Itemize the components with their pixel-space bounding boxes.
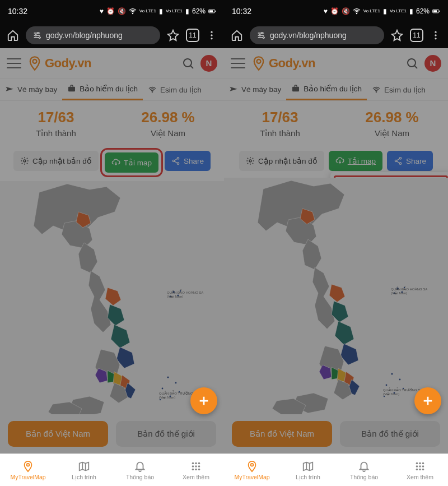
- tab-insurance[interactable]: Bảo hiểm du lịch: [286, 78, 367, 100]
- url-bar[interactable]: gody.vn/blog/nphuong: [26, 26, 160, 44]
- home-icon[interactable]: [231, 29, 243, 41]
- svg-point-8: [211, 34, 212, 36]
- vietnam-map[interactable]: QUẦN ĐẢO HOÀNG SA(Việt Nam) QUẦN ĐẢO TRƯ…: [224, 178, 448, 414]
- star-icon[interactable]: [167, 29, 179, 41]
- browser-bar: gody.vn/blog/nphuong 11: [0, 22, 224, 48]
- page-content: Gody.vn N Vé máy bay Bảo hiểm du lịch Es…: [224, 48, 448, 453]
- update-map-label: Cập nhật bản đồ: [258, 156, 318, 165]
- stat-provinces: 17/63 Tỉnh thành: [0, 109, 112, 138]
- vietnam-map-button[interactable]: Bản đồ Việt Nam: [232, 421, 332, 447]
- battery-icon: [432, 7, 440, 15]
- svg-point-60: [386, 385, 388, 386]
- svg-rect-2: [215, 11, 216, 12]
- logo-text: Gody.vn: [45, 56, 91, 71]
- signal-icon-2: ▮: [185, 7, 189, 15]
- nav-itinerary[interactable]: Lịch trình: [280, 454, 336, 486]
- home-icon[interactable]: [7, 29, 19, 41]
- svg-rect-48: [292, 87, 299, 92]
- tab-esim[interactable]: Esim du lịch: [143, 78, 207, 100]
- avatar[interactable]: N: [424, 55, 441, 72]
- status-icons: ♥ ⏰ 🔇 Vo LTE1 ▮ Vo LTE1 ▮ 62%: [100, 7, 216, 15]
- svg-point-13: [24, 160, 26, 162]
- bottom-nav: MyTravelMap Lịch trình Thông báo Xem thê…: [224, 453, 448, 486]
- browser-bar: gody.vn/blog/nphuong 11: [224, 22, 448, 48]
- menu-icon[interactable]: [231, 58, 245, 68]
- kebab-icon[interactable]: [430, 30, 441, 41]
- alarm-icon: ⏰: [330, 7, 339, 15]
- vietnam-map-button[interactable]: Bản đồ Việt Nam: [8, 421, 108, 447]
- kebab-icon[interactable]: [206, 30, 217, 41]
- map-note-hoangsa: QUẦN ĐẢO HOÀNG SA(Việt Nam): [167, 291, 203, 298]
- fab-add-button[interactable]: [190, 387, 217, 414]
- svg-point-44: [435, 31, 436, 33]
- wifi-icon: [353, 7, 361, 15]
- tab-insurance[interactable]: Bảo hiểm du lịch: [62, 78, 143, 100]
- action-row: Cập nhật bản đồ Tải map Share: [0, 146, 224, 181]
- share-label: Share: [184, 157, 204, 165]
- tab-count[interactable]: 11: [186, 29, 199, 42]
- nav-mytravelmap[interactable]: MyTravelMap: [0, 454, 56, 486]
- svg-rect-11: [68, 87, 75, 92]
- nav-notifications[interactable]: Thông báo: [336, 454, 392, 486]
- tab-esim[interactable]: Esim du lịch: [367, 78, 431, 100]
- logo[interactable]: Gody.vn: [251, 55, 315, 71]
- world-map-button[interactable]: Bản đồ thế giới: [340, 421, 440, 447]
- tab-flights[interactable]: Vé máy bay: [0, 78, 62, 100]
- grid-icon: [190, 460, 202, 473]
- update-map-button[interactable]: Cập nhật bản đồ: [239, 151, 324, 171]
- logo-pin-icon: [251, 55, 267, 71]
- share-icon: [171, 156, 180, 165]
- tune-icon: [256, 31, 265, 40]
- search-icon[interactable]: [405, 57, 419, 70]
- svg-point-68: [416, 465, 418, 468]
- update-map-button[interactable]: Cập nhật bản đồ: [13, 151, 99, 171]
- fab-add-button[interactable]: [414, 387, 441, 414]
- share-label: Share: [406, 157, 426, 165]
- service-tabs: Vé máy bay Bảo hiểm du lịch Esim du lịch: [224, 78, 448, 101]
- stat-percent-label: Việt Nam: [112, 128, 224, 138]
- nav-mytravelmap-label: MyTravelMap: [10, 474, 45, 480]
- page-content: Gody.vn N Vé máy bay Bảo hiểm du lịch Es…: [0, 48, 224, 453]
- svg-point-47: [408, 59, 416, 67]
- svg-rect-40: [433, 10, 437, 12]
- share-button[interactable]: Share: [165, 151, 211, 171]
- logo-text: Gody.vn: [269, 56, 315, 71]
- plane-icon: [5, 85, 14, 94]
- nav-mytravelmap[interactable]: MyTravelMap: [224, 454, 280, 486]
- avatar[interactable]: N: [200, 55, 217, 72]
- plus-icon: [422, 395, 434, 407]
- tab-count[interactable]: 11: [410, 29, 423, 42]
- search-icon[interactable]: [181, 57, 195, 70]
- menu-icon[interactable]: [7, 58, 21, 68]
- url-bar[interactable]: gody.vn/blog/nphuong: [250, 26, 384, 44]
- tab-esim-label: Esim du lịch: [160, 85, 202, 94]
- svg-rect-39: [439, 11, 440, 12]
- nav-itinerary[interactable]: Lịch trình: [56, 454, 112, 486]
- svg-point-12: [152, 91, 152, 92]
- status-bar: 10:32 ♥ ⏰ 🔇 Vo LTE1 ▮ Vo LTE1 ▮ 62%: [224, 0, 448, 22]
- action-row: Cập nhật bản đồ Tải map Share MyTravelMa…: [224, 146, 448, 178]
- download-map-label: Tải map: [124, 158, 152, 167]
- nav-more[interactable]: Xem thêm: [168, 454, 224, 486]
- stat-provinces-label: Tỉnh thành: [224, 128, 336, 138]
- share-icon: [394, 156, 403, 165]
- logo[interactable]: Gody.vn: [27, 55, 91, 71]
- download-map-button[interactable]: Tải map: [105, 152, 158, 173]
- nav-more[interactable]: Xem thêm: [392, 454, 448, 486]
- star-icon[interactable]: [391, 29, 403, 41]
- download-map-button[interactable]: Tải map: [329, 151, 382, 171]
- svg-point-36: [198, 468, 200, 470]
- nav-notifications[interactable]: Thông báo: [112, 454, 168, 486]
- svg-point-29: [195, 462, 197, 464]
- svg-point-43: [263, 37, 264, 39]
- bottom-nav: MyTravelMap Lịch trình Thông báo Xem thê…: [0, 453, 224, 486]
- vietnam-map[interactable]: QUẦN ĐẢO HOÀNG SA(Việt Nam) QUẦN ĐẢO TRƯ…: [0, 181, 224, 414]
- svg-point-69: [419, 465, 421, 468]
- tab-flights[interactable]: Vé máy bay: [224, 78, 286, 100]
- share-button[interactable]: Share: [387, 151, 433, 171]
- svg-point-72: [419, 468, 421, 470]
- logo-pin-icon: [27, 55, 43, 71]
- status-icons: ♥ ⏰ 🔇 Vo LTE1 ▮ Vo LTE1 ▮ 62%: [324, 7, 440, 15]
- world-map-button[interactable]: Bản đồ thế giới: [116, 421, 216, 447]
- heart-icon: ♥: [100, 7, 104, 15]
